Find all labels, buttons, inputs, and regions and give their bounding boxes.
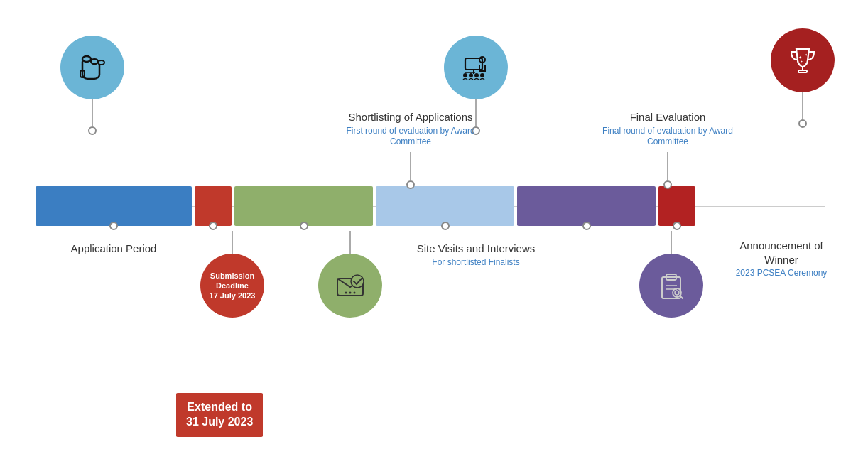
svg-rect-0 (82, 56, 91, 62)
extended-text: Extended to 31 July 2023 (186, 401, 253, 428)
app-connector-dot (88, 126, 97, 135)
svg-text:✦: ✦ (801, 60, 803, 63)
site-visits-block (376, 186, 514, 226)
svg-text:✦: ✦ (805, 53, 808, 57)
envelope-circle (318, 254, 382, 318)
announcement-label: Announcement of Winner 2023 PCSEA Ceremo… (725, 239, 838, 279)
final-eval-subtitle: Final round of evaluation by Award Commi… (597, 126, 739, 148)
final-eval-title: Final Evaluation (597, 110, 739, 124)
submission-deadline-text: Submission Deadline 17 July 2023 (206, 271, 259, 301)
app-period-title: Application Period (36, 242, 192, 256)
short-bottom-dot (300, 222, 308, 230)
svg-point-29 (675, 291, 679, 295)
svg-point-22 (354, 292, 356, 294)
application-period-label: Application Period (36, 242, 192, 256)
trophy-connector-dot (798, 119, 807, 128)
clipboard-line-top (671, 231, 672, 254)
shortlisting-top-dot (406, 180, 415, 189)
final-bottom-dot (582, 222, 591, 230)
announcement-block (658, 186, 695, 226)
sub-deadline-line-top (232, 231, 233, 254)
sub-bottom-dot (209, 222, 217, 230)
shortlisting-connector-line (410, 152, 411, 180)
final-eval-top-dot (663, 180, 672, 189)
submission-deadline-circle: Submission Deadline 17 July 2023 (200, 254, 264, 318)
extended-badge: Extended to 31 July 2023 (176, 393, 263, 437)
svg-rect-14 (798, 70, 807, 72)
final-eval-label-group: Final Evaluation Final round of evaluati… (597, 110, 739, 189)
clipboard-icon-group (639, 231, 703, 318)
clipboard-circle (639, 254, 703, 318)
svg-point-21 (349, 292, 352, 294)
svg-point-9 (474, 73, 479, 77)
svg-rect-1 (91, 59, 98, 64)
final-eval-connector-line (667, 152, 668, 180)
announcement-subtitle: 2023 PCSEA Ceremony (725, 268, 838, 279)
trophy-icon-group: ✦ ✦ ✦ (771, 28, 835, 128)
shortlisting-title: Shortlisting of Applications (340, 110, 482, 124)
shortlisting-label-group: Shortlisting of Applications First round… (340, 110, 482, 189)
timeline-container: ✦ ✦ ✦ (0, 0, 868, 454)
stages-row (36, 186, 832, 226)
site-visits-subtitle: For shortlisted Finalists (401, 257, 550, 269)
submission-deadline-block (195, 186, 232, 226)
envelope-icon-group (318, 231, 382, 318)
presentation-icon-circle (444, 36, 508, 99)
trophy-icon-line (802, 92, 803, 119)
shortlisting-block (234, 186, 373, 226)
shortlisting-subtitle: First round of evaluation by Award Commi… (340, 126, 482, 148)
site-bottom-dot (441, 222, 450, 230)
svg-point-19 (351, 275, 364, 288)
svg-point-8 (469, 73, 473, 77)
envelope-line-top (349, 231, 351, 254)
svg-point-20 (345, 292, 347, 294)
svg-point-7 (463, 73, 467, 77)
submission-deadline-group: Submission Deadline 17 July 2023 (200, 231, 264, 318)
ann-bottom-dot (673, 222, 681, 230)
application-period-block (36, 186, 192, 226)
trophy-icon-circle: ✦ ✦ ✦ (771, 28, 835, 92)
app-bottom-dot (109, 222, 118, 230)
svg-point-10 (480, 73, 484, 77)
application-icon-group (60, 36, 124, 135)
app-icon-line (92, 99, 93, 126)
application-icon-circle (60, 36, 124, 99)
site-visits-title: Site Visits and Interviews (401, 242, 550, 256)
announcement-title: Announcement of Winner (725, 239, 838, 266)
site-visits-label: Site Visits and Interviews For shortlist… (401, 242, 550, 268)
final-eval-block (517, 186, 656, 226)
